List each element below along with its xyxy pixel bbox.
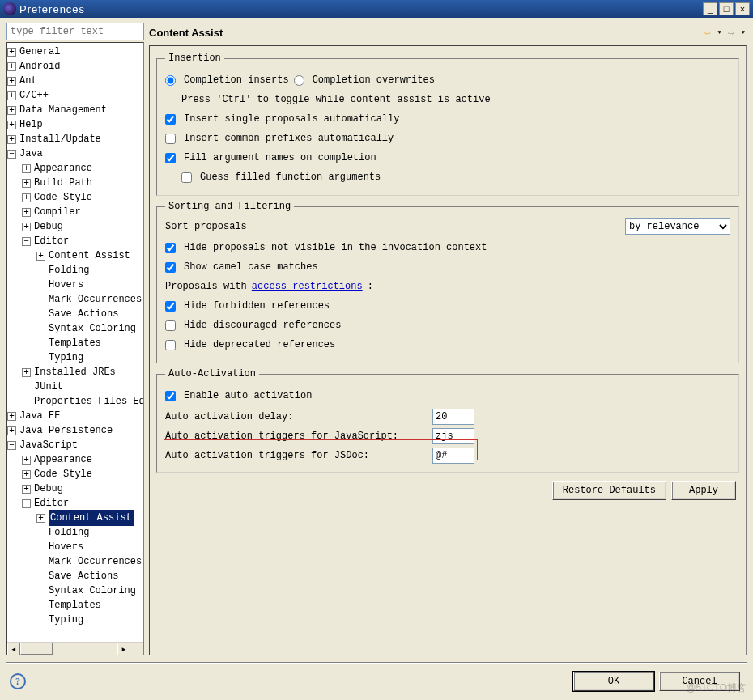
enable-auto-label: Enable auto activation <box>184 390 312 401</box>
auto-activation-legend: Auto-Activation <box>165 368 259 380</box>
sort-proposals-select[interactable]: by relevance <box>625 218 730 235</box>
tree-item-javaee[interactable]: +Java EE <box>7 409 143 423</box>
ok-button[interactable]: OK <box>573 672 654 691</box>
tree-item-js-editor-folding[interactable]: Folding <box>36 525 143 540</box>
enable-auto-checkbox[interactable] <box>165 391 176 401</box>
tree-item-java-editor-syntaxcol[interactable]: Syntax Coloring <box>36 321 143 336</box>
help-icon[interactable]: ? <box>10 673 26 689</box>
insert-common-label: Insert common prefixes automatically <box>184 133 394 144</box>
scroll-thumb-h[interactable] <box>20 643 53 655</box>
proposals-with-text: Proposals with <box>165 281 247 292</box>
camel-case-label: Show camel case matches <box>184 261 318 273</box>
tree-item-java-editor-folding[interactable]: Folding <box>36 263 143 278</box>
tree-item-js-editor-markocc[interactable]: Mark Occurrences <box>36 554 143 569</box>
tree-item-java-editor-contentassist[interactable]: +Content Assist <box>36 248 143 263</box>
minimize-button[interactable]: _ <box>703 2 717 15</box>
sorting-group: Sorting and Filtering Sort proposals by … <box>156 201 739 363</box>
tree-item-ant[interactable]: +Ant <box>7 74 143 88</box>
completion-inserts-label: Completion inserts <box>184 74 289 86</box>
tree-item-java-installedjres[interactable]: +Installed JREs <box>22 365 143 380</box>
tree-item-datamgmt[interactable]: +Data Management <box>7 103 143 117</box>
insert-single-checkbox[interactable] <box>165 114 176 125</box>
tree-item-java-editor-typing[interactable]: Typing <box>36 350 143 365</box>
tree-item-js-editor-syntaxcol[interactable]: Syntax Coloring <box>36 583 143 598</box>
hide-discouraged-checkbox[interactable] <box>165 320 176 331</box>
guess-args-checkbox[interactable] <box>181 172 192 183</box>
eclipse-icon <box>3 2 16 15</box>
triggers-jsdoc-label: Auto activation triggers for JSDoc: <box>165 450 432 461</box>
window-titlebar: Preferences _ □ × <box>0 0 753 18</box>
tree-item-java-debug[interactable]: +Debug <box>22 219 143 234</box>
hide-deprecated-checkbox[interactable] <box>165 340 176 350</box>
tree-item-java-editor-markocc[interactable]: Mark Occurrences <box>36 292 143 307</box>
tree-item-js-editor-contentassist[interactable]: +Content Assist <box>36 511 143 525</box>
nav-back-icon[interactable]: ⇦ <box>701 26 714 39</box>
tree-item-java-junit[interactable]: JUnit <box>22 380 143 394</box>
maximize-button[interactable]: □ <box>719 2 734 15</box>
apply-button[interactable]: Apply <box>671 481 736 500</box>
access-restrictions-link[interactable]: access restrictions <box>252 281 363 292</box>
window-title: Preferences <box>19 3 701 15</box>
hide-forbidden-label: Hide forbidden references <box>184 300 330 312</box>
tree-item-js-editor-typing[interactable]: Typing <box>36 613 143 627</box>
tree-item-java-editor-templates[interactable]: Templates <box>36 336 143 350</box>
restore-defaults-button[interactable]: Restore Defaults <box>552 481 666 500</box>
tree-item-java-compiler[interactable]: +Compiler <box>22 205 143 219</box>
hide-invisible-checkbox[interactable] <box>165 243 176 253</box>
tree-item-js-editor-templates[interactable]: Templates <box>36 598 143 613</box>
insert-common-checkbox[interactable] <box>165 134 176 144</box>
tree-item-java-editor-hovers[interactable]: Hovers <box>36 278 143 292</box>
watermark: @51CTO博客 <box>686 681 747 695</box>
sorting-legend: Sorting and Filtering <box>165 201 294 212</box>
hide-invisible-label: Hide proposals not visible in the invoca… <box>184 242 487 253</box>
nav-forward-icon[interactable]: ⇨ <box>725 26 738 39</box>
tree-item-javascript[interactable]: −JavaScript <box>7 438 143 452</box>
hide-discouraged-label: Hide discouraged references <box>184 320 341 331</box>
fill-args-label: Fill argument names on completion <box>184 152 376 163</box>
tree-item-javapersistence[interactable]: +Java Persistence <box>7 423 143 438</box>
tree-scrollbar-horizontal[interactable]: ◄ ► <box>7 642 143 655</box>
close-button[interactable]: × <box>735 2 750 15</box>
completion-overwrites-radio[interactable] <box>294 75 304 86</box>
auto-delay-input[interactable] <box>432 409 474 425</box>
fill-args-checkbox[interactable] <box>165 153 176 163</box>
insertion-group: Insertion Completion inserts Completion … <box>156 53 739 196</box>
guess-args-label: Guess filled function arguments <box>200 172 381 183</box>
camel-case-checkbox[interactable] <box>165 262 176 273</box>
completion-inserts-radio[interactable] <box>165 75 176 86</box>
auto-activation-group: Auto-Activation Enable auto activation A… <box>156 368 739 473</box>
press-ctrl-label: Press 'Ctrl' to toggle while content ass… <box>181 94 491 105</box>
sort-proposals-label: Sort proposals <box>165 221 625 232</box>
tree-item-installupdate[interactable]: +Install/Update <box>7 132 143 146</box>
nav-back-dropdown-icon[interactable]: ▼ <box>718 29 721 36</box>
tree-item-js-appearance[interactable]: +Appearance <box>22 452 143 467</box>
filter-input[interactable] <box>6 23 144 40</box>
tree-item-js-editor-hovers[interactable]: Hovers <box>36 540 143 554</box>
tree-item-js-editor[interactable]: −Editor <box>22 496 143 511</box>
insertion-legend: Insertion <box>165 53 224 64</box>
tree-item-ccpp[interactable]: +C/C++ <box>7 88 143 103</box>
tree-item-js-codestyle[interactable]: +Code Style <box>22 467 143 482</box>
tree-item-js-debug[interactable]: +Debug <box>22 482 143 496</box>
tree-item-java-buildpath[interactable]: +Build Path <box>22 176 143 190</box>
auto-delay-label: Auto activation delay: <box>165 411 432 422</box>
tree-item-java-propfiles[interactable]: Properties Files Editor <box>22 394 143 409</box>
scroll-right-icon[interactable]: ► <box>117 643 130 655</box>
tree-item-help[interactable]: +Help <box>7 117 143 132</box>
hide-forbidden-checkbox[interactable] <box>165 301 176 312</box>
tree-item-android[interactable]: +Android <box>7 59 143 74</box>
tree-item-java-editor[interactable]: −Editor <box>22 234 143 248</box>
triggers-js-input[interactable] <box>432 428 474 444</box>
tree-item-java-codestyle[interactable]: +Code Style <box>22 190 143 205</box>
tree-item-java-editor-saveactions[interactable]: Save Actions <box>36 307 143 321</box>
scroll-left-icon[interactable]: ◄ <box>7 643 20 655</box>
tree-item-java-appearance[interactable]: +Appearance <box>22 161 143 176</box>
nav-forward-dropdown-icon[interactable]: ▼ <box>742 29 745 36</box>
tree-item-js-editor-saveactions[interactable]: Save Actions <box>36 569 143 583</box>
tree-item-java[interactable]: −Java <box>7 146 143 161</box>
tree-item-general[interactable]: +General <box>7 45 143 59</box>
preferences-tree[interactable]: +General +Android +Ant +C/C++ +Data Mana… <box>6 42 144 655</box>
triggers-jsdoc-input[interactable] <box>432 448 474 464</box>
hide-deprecated-label: Hide deprecated references <box>184 339 335 350</box>
page-title: Content Assist <box>149 27 701 39</box>
